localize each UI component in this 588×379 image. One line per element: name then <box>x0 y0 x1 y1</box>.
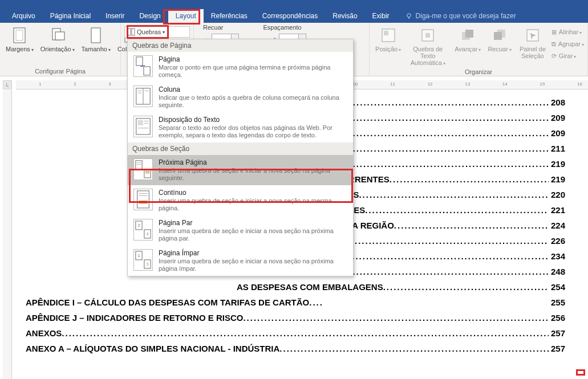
break-even-page-item[interactable]: 24 Página ParInserir uma quebra de seção… <box>128 215 353 246</box>
break-odd-page-item[interactable]: 13 Página ÍmparInserir uma quebra de seç… <box>128 246 353 276</box>
toc-leader: ........................................… <box>243 313 549 323</box>
toc-page-number: 209 <box>549 128 565 138</box>
bring-forward-icon <box>459 26 477 44</box>
break-continuous-item[interactable]: ContínuoInserir uma quebra de seção e in… <box>128 185 353 215</box>
continuous-break-icon <box>133 189 153 210</box>
svg-rect-32 <box>136 161 142 169</box>
svg-rect-28 <box>138 120 143 125</box>
break-column-item[interactable]: ColunaIndicar que o texto após a quebra … <box>128 82 353 112</box>
svg-text:3: 3 <box>147 262 149 266</box>
toc-page-number: 234 <box>549 251 565 261</box>
svg-rect-6 <box>91 28 100 43</box>
tab-referencias[interactable]: Referências <box>204 9 255 23</box>
alinhar-button[interactable]: ⊞Alinhar <box>551 26 584 38</box>
even-page-break-icon: 24 <box>133 219 153 241</box>
send-backward-icon <box>490 26 509 44</box>
toc-page-number: 255 <box>549 298 565 307</box>
toc-row: ANEXO A – ALÍQUOTAS DO SIMPLES NACIONAL … <box>26 344 565 359</box>
break-page-item[interactable]: PáginaMarcar o ponto em que uma página t… <box>128 52 353 82</box>
svg-point-0 <box>407 14 410 17</box>
margins-icon <box>10 26 29 44</box>
tab-design[interactable]: Design <box>132 9 168 23</box>
toc-page-number: 219 <box>549 159 565 169</box>
tab-revisao[interactable]: Revisão <box>325 9 364 23</box>
toc-leader: ........................................… <box>335 267 549 276</box>
toc-title: AS DESPESAS COM EMBALAGENS <box>237 282 383 292</box>
toc-leader: .... <box>309 298 549 307</box>
tab-arquivo[interactable]: Arquivo <box>5 9 43 23</box>
toc-page-number: 257 <box>549 344 565 353</box>
breaks-dropdown: Quebras de Página PáginaMarcar o ponto e… <box>127 39 354 276</box>
agrupar-button[interactable]: ⧉Agrupar <box>551 38 584 50</box>
quebra-texto-button[interactable]: Quebra de Texto Automática <box>405 24 450 68</box>
toc-page-number: 220 <box>549 190 565 199</box>
tell-me-search[interactable]: Diga-me o que você deseja fazer <box>405 12 516 20</box>
svg-rect-10 <box>132 28 135 35</box>
toc-page-number: 224 <box>549 221 565 230</box>
group-label-organizar: Organizar <box>373 68 584 76</box>
espacamento-label: Espaçamento <box>263 24 301 31</box>
toc-page-number: 219 <box>549 174 565 184</box>
toc-page-number: 257 <box>549 328 565 338</box>
girar-button[interactable]: ⟳Girar <box>551 50 584 62</box>
toc-leader: ........................................… <box>365 205 549 215</box>
avancar-button[interactable]: Avançar <box>452 24 483 55</box>
vertical-ruler[interactable] <box>3 90 12 379</box>
toc-page-number: 221 <box>549 205 565 215</box>
recuar-button[interactable]: Recuar <box>485 24 513 55</box>
lightbulb-icon <box>405 12 413 20</box>
breaks-icon <box>127 28 135 36</box>
text-wrap-break-icon <box>133 116 153 137</box>
selection-pane-icon <box>524 26 542 44</box>
align-icon: ⊞ <box>551 28 557 36</box>
toc-leader: ........................................… <box>390 174 549 184</box>
toc-leader: ........................................… <box>334 251 549 261</box>
toc-page-number: 226 <box>549 236 565 246</box>
tab-pagina-inicial[interactable]: Página Inicial <box>43 9 98 23</box>
posicao-button[interactable]: Posição <box>373 24 403 55</box>
toc-row: AS DESPESAS COM EMBALAGENS..............… <box>237 282 565 298</box>
toc-page-number: 209 <box>549 113 565 123</box>
toc-leader: ........................................… <box>62 328 549 338</box>
window-titlebar <box>0 0 588 9</box>
ruler-corner: L <box>3 80 12 89</box>
tamanho-button[interactable]: Tamanho <box>79 24 113 55</box>
toc-page-number: 248 <box>549 267 565 276</box>
orientacao-button[interactable]: Orientação <box>38 24 77 55</box>
svg-rect-33 <box>144 169 151 178</box>
tab-layout[interactable]: Layout <box>168 9 204 23</box>
toc-row: ANEXOS..................................… <box>26 328 565 344</box>
break-next-page-item[interactable]: Próxima PáginaInserir uma quebra de seçã… <box>128 155 353 185</box>
toc-title: APÊNDICE I – CÁLCULO DAS DESPESAS COM TA… <box>26 298 309 307</box>
toc-row: APÊNDICE I – CÁLCULO DAS DESPESAS COM TA… <box>26 298 565 313</box>
wrap-text-icon <box>419 26 437 44</box>
toc-title: APÊNDICE J – INDICADORES DE RETORNO E RI… <box>26 313 243 323</box>
group-label-page-setup: Configurar Página <box>3 68 117 76</box>
recuar-label: Recuar <box>203 24 223 31</box>
margens-button[interactable]: Margens <box>3 24 36 55</box>
painel-selecao-button[interactable]: Painel de Seleção <box>516 24 549 60</box>
tab-correspondencias[interactable]: Correspondências <box>255 9 325 23</box>
svg-rect-18 <box>494 32 502 40</box>
orientation-icon <box>48 26 67 44</box>
toc-leader: ........................................… <box>383 282 549 292</box>
toc-leader: ........................................… <box>279 344 549 353</box>
tell-me-placeholder: Diga-me o que você deseja fazer <box>416 12 516 20</box>
svg-text:4: 4 <box>147 232 149 236</box>
svg-rect-12 <box>384 31 388 35</box>
toc-title: ANEXO A – ALÍQUOTAS DO SIMPLES NACIONAL … <box>26 344 279 353</box>
rotate-icon: ⟳ <box>551 52 557 60</box>
toc-row: APÊNDICE J – INDICADORES DE RETORNO E RI… <box>26 313 565 328</box>
svg-rect-9 <box>128 28 131 35</box>
break-text-wrapping-item[interactable]: Disposição do TextoSeparar o texto ao re… <box>128 112 353 142</box>
tab-exibir[interactable]: Exibir <box>365 9 397 23</box>
tab-inserir[interactable]: Inserir <box>98 9 132 23</box>
toc-page-number: 208 <box>549 97 565 107</box>
ribbon-tabs: Arquivo Página Inicial Inserir Design La… <box>0 9 588 23</box>
svg-rect-1 <box>408 18 409 19</box>
toc-leader: ........................................… <box>359 190 549 199</box>
svg-text:1: 1 <box>138 254 140 258</box>
position-icon <box>379 26 398 44</box>
size-icon <box>87 26 105 44</box>
quebras-button[interactable]: Quebras▾ <box>124 26 190 38</box>
